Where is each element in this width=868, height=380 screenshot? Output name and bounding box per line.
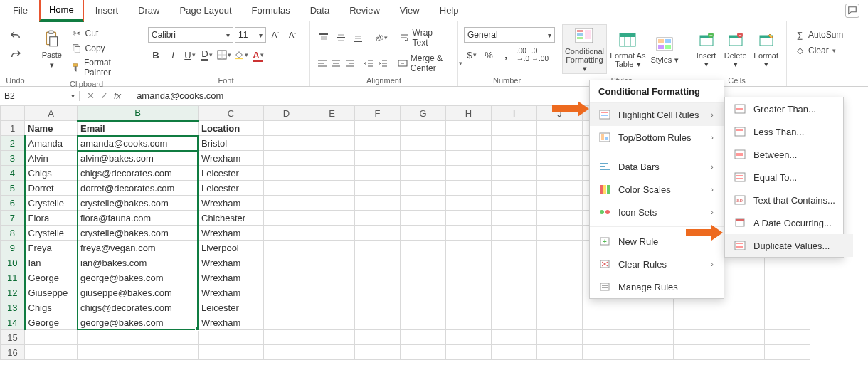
increase-indent-button[interactable] <box>376 56 389 71</box>
cell-K13[interactable] <box>583 300 628 315</box>
cell-B5[interactable]: dorret@decorates.com <box>78 181 199 196</box>
cell-B7[interactable]: flora@fauna.com <box>78 211 199 226</box>
menu-item-greater-than[interactable]: Greater Than... <box>725 97 853 120</box>
cell-I1[interactable] <box>492 121 537 136</box>
clear-button[interactable]: ◇Clear▾ <box>793 44 837 57</box>
cell-O11[interactable] <box>765 270 810 285</box>
decrease-decimal-button[interactable]: .0→.00 <box>532 47 548 63</box>
cell-E5[interactable] <box>309 181 355 196</box>
cell-D1[interactable] <box>264 121 309 136</box>
row-header-9[interactable]: 9 <box>1 241 25 255</box>
cell-J3[interactable] <box>537 151 583 166</box>
cell-G13[interactable] <box>401 300 446 315</box>
cell-D7[interactable] <box>264 211 309 226</box>
row-header-16[interactable]: 16 <box>1 345 25 360</box>
cell-A12[interactable]: Giuseppe <box>25 285 78 300</box>
tab-help[interactable]: Help <box>431 1 467 20</box>
cell-E1[interactable] <box>309 121 355 136</box>
cell-G3[interactable] <box>401 151 446 166</box>
cell-D4[interactable] <box>264 166 309 181</box>
cell-I16[interactable] <box>492 345 537 360</box>
cell-O15[interactable] <box>765 330 810 345</box>
cell-L14[interactable] <box>628 315 674 330</box>
cell-I15[interactable] <box>492 330 537 345</box>
cell-J4[interactable] <box>537 166 583 181</box>
row-header-11[interactable]: 11 <box>1 270 25 285</box>
cell-G12[interactable] <box>401 285 446 300</box>
cell-F5[interactable] <box>355 181 401 196</box>
cell-C5[interactable]: Leicester <box>199 181 264 196</box>
align-right-button[interactable] <box>344 56 356 71</box>
menu-item-less-than[interactable]: Less Than... <box>725 120 853 143</box>
menu-item-equal-to[interactable]: Equal To... <box>725 166 853 189</box>
tab-home[interactable]: Home <box>39 0 84 22</box>
redo-button[interactable] <box>8 47 23 63</box>
cell-I13[interactable] <box>492 300 537 315</box>
cell-B1[interactable]: Email <box>78 121 199 136</box>
cell-E12[interactable] <box>309 285 355 300</box>
cell-D11[interactable] <box>264 270 309 285</box>
cell-A6[interactable]: Crystelle <box>25 196 78 211</box>
cell-styles-button[interactable]: Styles ▾ <box>649 24 681 74</box>
cell-J1[interactable] <box>537 121 583 136</box>
cell-J14[interactable] <box>537 315 583 330</box>
cell-F12[interactable] <box>355 285 401 300</box>
cell-C7[interactable]: Chichester <box>199 211 264 226</box>
cell-F16[interactable] <box>355 345 401 360</box>
menu-item-highlight-cell-rules[interactable]: Highlight Cell Rules› <box>590 103 724 126</box>
cell-A5[interactable]: Dorret <box>25 181 78 196</box>
bold-button[interactable]: B <box>148 47 164 63</box>
cell-E14[interactable] <box>309 315 355 330</box>
cell-B6[interactable]: crystelle@bakes.com <box>78 196 199 211</box>
cell-J9[interactable] <box>537 241 583 255</box>
cell-B10[interactable]: ian@bakes.com <box>78 255 199 270</box>
double-underline-button[interactable]: D▾ <box>199 47 215 63</box>
cell-F2[interactable] <box>355 136 401 151</box>
cell-D13[interactable] <box>264 300 309 315</box>
cell-A8[interactable]: Crystelle <box>25 226 78 241</box>
decrease-font-button[interactable]: Aˇ <box>285 27 300 43</box>
cell-J5[interactable] <box>537 181 583 196</box>
cell-F14[interactable] <box>355 315 401 330</box>
cell-O14[interactable] <box>765 315 810 330</box>
row-header-13[interactable]: 13 <box>1 300 25 315</box>
cell-C3[interactable]: Wrexham <box>199 151 264 166</box>
cell-B8[interactable]: crystelle@bakes.com <box>78 226 199 241</box>
cell-I3[interactable] <box>492 151 537 166</box>
cell-E4[interactable] <box>309 166 355 181</box>
cell-H11[interactable] <box>446 270 492 285</box>
percent-format-button[interactable]: % <box>481 47 497 63</box>
cell-A7[interactable]: Flora <box>25 211 78 226</box>
cell-I14[interactable] <box>492 315 537 330</box>
cell-D10[interactable] <box>264 255 309 270</box>
autosum-button[interactable]: ∑AutoSum <box>793 28 845 41</box>
cell-A14[interactable]: George <box>25 315 78 330</box>
cell-M16[interactable] <box>674 345 719 360</box>
cell-F13[interactable] <box>355 300 401 315</box>
row-header-14[interactable]: 14 <box>1 315 25 330</box>
font-name-select[interactable]: Calibri▾ <box>148 27 233 43</box>
menu-item-icon-sets[interactable]: Icon Sets› <box>590 201 724 223</box>
column-header-D[interactable]: D <box>264 106 309 121</box>
tab-view[interactable]: View <box>391 1 428 20</box>
cell-F6[interactable] <box>355 196 401 211</box>
cell-O13[interactable] <box>765 300 810 315</box>
cell-E8[interactable] <box>309 226 355 241</box>
cell-F7[interactable] <box>355 211 401 226</box>
cell-G14[interactable] <box>401 315 446 330</box>
align-bottom-button[interactable] <box>350 30 366 46</box>
increase-decimal-button[interactable]: .00→.0 <box>515 47 531 63</box>
cell-D6[interactable] <box>264 196 309 211</box>
row-header-1[interactable]: 1 <box>1 121 25 136</box>
cell-K16[interactable] <box>583 345 628 360</box>
number-format-select[interactable]: General▾ <box>464 27 555 43</box>
decrease-indent-button[interactable] <box>362 56 375 71</box>
row-header-6[interactable]: 6 <box>1 196 25 211</box>
cell-D16[interactable] <box>264 345 309 360</box>
cell-E6[interactable] <box>309 196 355 211</box>
cell-N12[interactable] <box>719 285 765 300</box>
row-header-3[interactable]: 3 <box>1 151 25 166</box>
cell-I10[interactable] <box>492 255 537 270</box>
cell-D8[interactable] <box>264 226 309 241</box>
cell-H15[interactable] <box>446 330 492 345</box>
